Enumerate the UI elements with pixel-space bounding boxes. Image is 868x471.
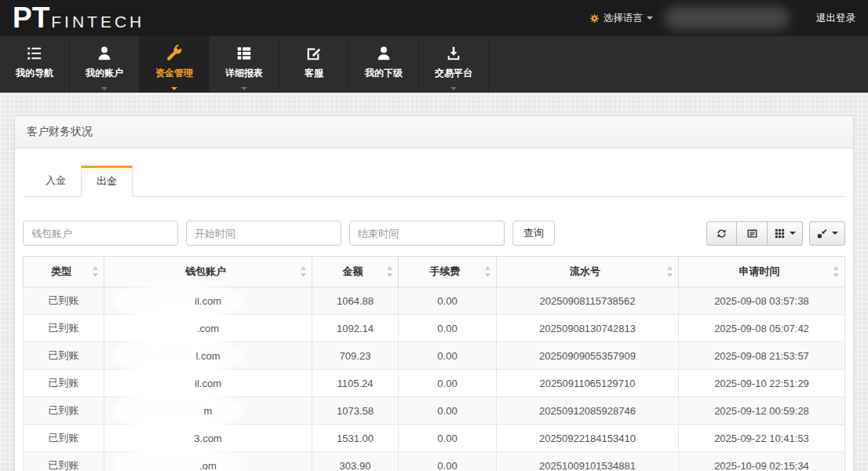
user-icon [96, 45, 113, 62]
table-toolbar [706, 221, 845, 246]
amount-cell: 1531.00 [312, 425, 399, 452]
column-header-request-time[interactable]: 申请时间 [679, 257, 845, 287]
detail-view-icon [746, 228, 758, 239]
chevron-down-icon [450, 87, 457, 90]
amount-cell: 1105.24 [312, 370, 399, 397]
chevron-down-icon [647, 16, 653, 20]
list-icon [26, 45, 43, 62]
toggle-view-button[interactable] [737, 221, 768, 246]
table-header-row: 类型 钱包账户 金额 手续费 流水号 申请时间 [24, 257, 845, 287]
withdrawals-table: 类型 钱包账户 金额 手续费 流水号 申请时间 已到账 dil.com 1064… [23, 256, 845, 471]
page-title: 客户财务状况 [15, 116, 853, 148]
chevron-down-icon [101, 87, 108, 90]
sort-icon [92, 266, 99, 279]
status-badge: 已到账 [24, 315, 104, 342]
columns-button[interactable] [768, 221, 803, 246]
toolbar-group [706, 221, 803, 246]
redacted-username [664, 6, 790, 30]
chevron-down-icon [171, 87, 177, 90]
wrench-icon [166, 45, 183, 62]
filter-row: 查询 [23, 221, 845, 246]
column-header-wallet[interactable]: 钱包账户 [104, 257, 312, 287]
status-badge: 已到账 [24, 370, 104, 397]
amount-cell: 1092.14 [312, 315, 399, 342]
table-row: 已到账 m 1073.58 0.00 20250912085928746 202… [24, 397, 845, 425]
brand-logo: PT FINTECH [13, 1, 144, 35]
nav-label: 资金管理 [155, 67, 193, 80]
sort-icon [666, 266, 673, 279]
nav-item-detailed-reports[interactable]: 详细报表 [210, 36, 279, 93]
toolbar-export-group [809, 221, 845, 246]
nav-label: 我的账户 [86, 67, 123, 80]
refresh-button[interactable] [706, 221, 737, 246]
time-cell: 2025-09-08 03:57:38 [679, 287, 845, 315]
logo-secondary: FINTECH [51, 13, 144, 31]
serial-cell: 20250922184153410 [497, 425, 679, 452]
column-header-type[interactable]: 类型 [24, 257, 104, 287]
edit-icon [305, 45, 323, 62]
table-row: 已到账 dil.com 1064.88 0.00 202509081157385… [24, 287, 845, 315]
amount-cell: 1064.88 [312, 287, 399, 315]
nav-label: 交易平台 [435, 67, 472, 80]
nav-item-my-account[interactable]: 我的账户 [70, 36, 140, 93]
column-header-serial[interactable]: 流水号 [497, 257, 679, 287]
redaction-smudge [113, 449, 242, 471]
search-button[interactable]: 查询 [512, 221, 555, 246]
header-right: 选择语言 退出登录 [589, 6, 855, 30]
time-cell: 2025-10-09 02:15:34 [679, 452, 845, 471]
serial-cell: 20251009101534881 [497, 452, 679, 471]
nav-item-customer-service[interactable]: 客服 [279, 36, 349, 93]
fee-cell: 0.00 [399, 370, 497, 397]
columns-grid-icon [774, 228, 786, 239]
column-header-fee[interactable]: 手续费 [399, 257, 497, 287]
nav-label: 我的下级 [365, 67, 403, 80]
amount-cell: 1073.58 [312, 397, 399, 425]
time-cell: 2025-09-08 05:07:42 [679, 315, 845, 342]
time-cell: 2025-09-10 22:51:29 [679, 370, 845, 397]
nav-label: 我的导航 [16, 67, 53, 80]
amount-cell: 709.23 [312, 342, 399, 370]
column-header-amount[interactable]: 金额 [312, 257, 399, 287]
table-row: 已到账 3.com 1531.00 0.00 20250922184153410… [24, 425, 845, 452]
table-row: 已到账 l.com 709.23 0.00 20250909055357909 … [24, 342, 845, 370]
end-time-input[interactable] [349, 221, 505, 246]
fee-cell: 0.00 [399, 342, 497, 370]
export-icon [816, 228, 828, 239]
nav-item-funds-management[interactable]: 资金管理 [140, 36, 210, 93]
tab-deposit[interactable]: 入金 [31, 166, 81, 196]
nav-label: 客服 [305, 67, 323, 80]
tab-bar: 入金 出金 [23, 166, 845, 197]
wallet-account-input[interactable] [23, 221, 178, 246]
status-badge: 已到账 [24, 425, 104, 452]
nav-item-trading-platform[interactable]: 交易平台 [419, 36, 489, 93]
nav-item-my-navigation[interactable]: 我的导航 [0, 36, 70, 93]
status-badge: 已到账 [24, 452, 104, 471]
refresh-icon [716, 228, 728, 239]
fee-cell: 0.00 [399, 315, 497, 342]
serial-cell: 20250911065129710 [497, 370, 679, 397]
time-cell: 2025-09-12 00:59:28 [679, 397, 845, 425]
nav-label: 详细报表 [225, 67, 263, 80]
fee-cell: 0.00 [399, 397, 497, 425]
serial-cell: 20250908115738562 [497, 287, 679, 315]
start-time-input[interactable] [186, 221, 341, 246]
chevron-down-icon [790, 232, 796, 235]
wallet-cell: dil.com [104, 287, 312, 315]
language-selector[interactable]: 选择语言 [589, 12, 653, 25]
nav-item-my-subordinates[interactable]: 我的下级 [349, 36, 419, 93]
wallet-cell: 3.com [104, 425, 312, 452]
sort-icon [300, 266, 307, 279]
tab-withdrawal[interactable]: 出金 [81, 166, 133, 197]
wallet-cell: .com [104, 315, 312, 342]
customer-finance-panel: 客户财务状况 入金 出金 查询 [14, 115, 854, 471]
chevron-down-icon [832, 232, 838, 235]
logout-link[interactable]: 退出登录 [816, 12, 855, 25]
export-button[interactable] [809, 221, 845, 246]
main-content: 客户财务状况 入金 出金 查询 [0, 115, 868, 471]
wallet-cell: il.com [104, 370, 312, 397]
logo-primary: PT [13, 1, 49, 35]
top-header: PT FINTECH 选择语言 退出登录 [0, 0, 868, 36]
time-cell: 2025-09-08 21:53:57 [679, 342, 845, 370]
wallet-cell: .om [104, 452, 312, 471]
amount-cell: 303.90 [312, 452, 399, 471]
